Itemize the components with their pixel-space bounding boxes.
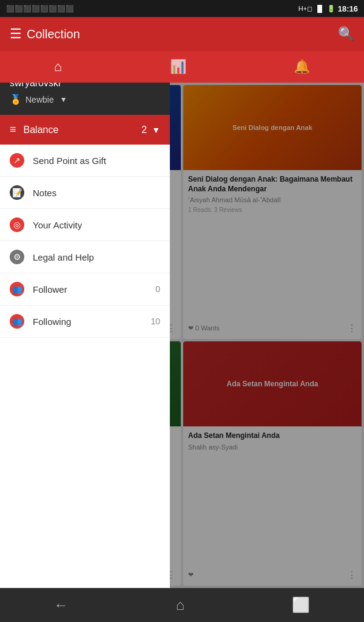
sidebar-item-send-point[interactable]: ↗ Send Point as Gift xyxy=(0,145,170,177)
tab-home[interactable]: ⌂ xyxy=(42,54,74,80)
bottom-nav: ← ⌂ ⬜ xyxy=(0,588,364,622)
wifi-icon: ▐▌ xyxy=(315,5,325,12)
tab-notifications[interactable]: 🔔 xyxy=(281,54,322,80)
legal-label: Legal and Help xyxy=(33,252,160,262)
sidebar-item-follower[interactable]: 👥 Follower 0 xyxy=(0,273,170,306)
notes-icon: 📝 xyxy=(10,185,24,200)
notification-icons: ⬛⬛⬛⬛⬛⬛⬛⬛ xyxy=(6,5,74,13)
signal-icon: H+◻ xyxy=(298,5,312,13)
battery-icon: 🔋 xyxy=(327,5,335,13)
recent-apps-button[interactable]: ⬜ xyxy=(280,592,322,618)
follower-icon: 👥 xyxy=(10,282,24,296)
home-button[interactable]: ⌂ xyxy=(164,592,197,618)
top-nav: ☰ Collection 🔍 xyxy=(0,17,364,51)
badge-dropdown-icon[interactable]: ▼ xyxy=(60,95,67,104)
status-bar: ⬛⬛⬛⬛⬛⬛⬛⬛ H+◻ ▐▌ 🔋 18:16 xyxy=(0,0,364,17)
tab-chart[interactable]: 📊 xyxy=(158,54,198,80)
send-point-label: Send Point as Gift xyxy=(33,156,160,166)
follower-label: Follower xyxy=(33,284,155,295)
notes-label: Notes xyxy=(33,188,160,198)
status-bar-left-icons: ⬛⬛⬛⬛⬛⬛⬛⬛ xyxy=(6,5,74,13)
balance-row[interactable]: ≡ Balance 2 ▼ xyxy=(0,115,170,145)
sidebar-item-following[interactable]: 👥 Following 10 xyxy=(0,306,170,338)
activity-icon: ◎ xyxy=(10,217,24,232)
badge-row: 🏅 Newbie ▼ xyxy=(10,94,67,105)
following-label: Following xyxy=(33,316,150,327)
sidebar-overlay[interactable] xyxy=(170,17,364,622)
balance-dropdown-icon: ▼ xyxy=(152,125,160,135)
hamburger-icon[interactable]: ☰ xyxy=(10,26,22,42)
badge-label: Newbie xyxy=(25,95,54,104)
follower-count: 0 xyxy=(155,284,160,294)
sidebar-item-legal-help[interactable]: ⚙ Legal and Help xyxy=(0,241,170,273)
search-icon[interactable]: 🔍 xyxy=(338,26,354,42)
balance-icon: ≡ xyxy=(10,123,16,136)
status-bar-right: H+◻ ▐▌ 🔋 18:16 xyxy=(298,4,358,13)
badge-icon: 🏅 xyxy=(10,94,22,105)
icon-tabs: ⌂ 📊 🔔 xyxy=(0,51,364,83)
sidebar-item-your-activity[interactable]: ◎ Your Activity xyxy=(0,209,170,241)
following-count: 10 xyxy=(150,316,160,326)
sidebar-item-notes[interactable]: 📝 Notes xyxy=(0,177,170,209)
balance-count: 2 xyxy=(141,125,147,135)
following-icon: 👥 xyxy=(10,314,24,329)
activity-label: Your Activity xyxy=(33,220,160,230)
back-button[interactable]: ← xyxy=(42,592,81,618)
legal-icon: ⚙ xyxy=(10,250,24,264)
page-title: Collection xyxy=(22,27,338,41)
balance-label: Balance xyxy=(24,125,142,135)
clock: 18:16 xyxy=(338,4,358,13)
send-point-icon: ↗ xyxy=(10,153,24,168)
sidebar: ••• swryarovski 🏅 Newbie xyxy=(0,17,170,622)
